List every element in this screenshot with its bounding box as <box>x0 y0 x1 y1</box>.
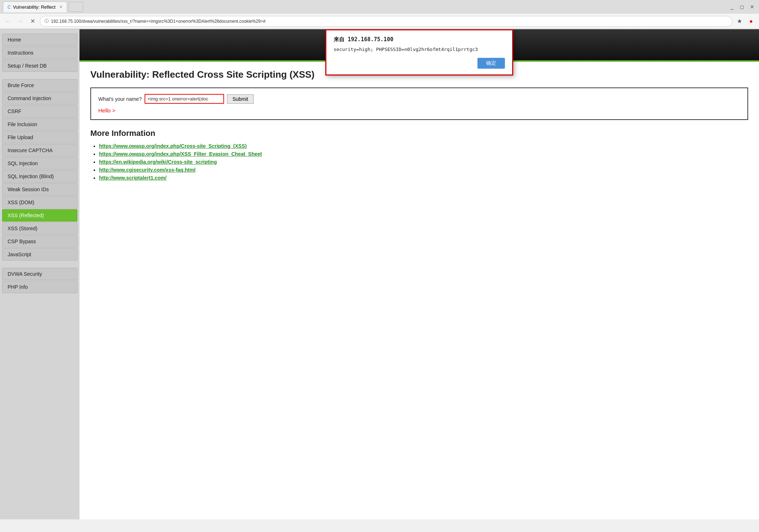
address-input[interactable] <box>51 19 728 24</box>
address-bar[interactable]: ⓘ <box>40 16 732 27</box>
form-label: What's your name? <box>98 96 142 102</box>
back-button[interactable]: ← <box>3 16 13 26</box>
sidebar-item-xss-reflected[interactable]: XSS (Reflected) <box>2 209 77 222</box>
sidebar-item-sql-injection[interactable]: SQL Injection <box>2 157 77 170</box>
reload-button[interactable]: ✕ <box>27 16 38 26</box>
sidebar-item-sql-injection-blind[interactable]: SQL Injection (Blind) <box>2 170 77 183</box>
tab-title: Vulnerability: Reflect <box>13 4 56 10</box>
dialog-ok-button[interactable]: 确定 <box>477 58 505 69</box>
sidebar-top-section: Home Instructions Setup / Reset DB <box>0 34 80 72</box>
nav-right-icons: ★ ● <box>734 16 756 26</box>
form-row: What's your name? Submit <box>98 94 740 104</box>
close-icon[interactable]: ✕ <box>748 3 756 11</box>
list-item: https://en.wikipedia.org/wiki/Cross-site… <box>99 159 748 165</box>
list-item: http://www.cgisecurity.com/xss-faq.html <box>99 167 748 173</box>
page-wrapper: Home Instructions Setup / Reset DB Brute… <box>0 29 759 519</box>
link-2[interactable]: https://www.owasp.org/index.php/XSS_Filt… <box>99 151 262 157</box>
notification-icon[interactable]: ● <box>746 16 756 26</box>
browser-tab[interactable]: C Vulnerability: Reflect ✕ <box>3 1 67 12</box>
tab-favicon: C <box>8 5 11 10</box>
sidebar-item-php-info[interactable]: PHP Info <box>2 281 77 293</box>
sidebar-item-instructions[interactable]: Instructions <box>2 47 77 59</box>
link-5[interactable]: http://www.scriptalert1.com/ <box>99 175 167 181</box>
sidebar-item-brute-force[interactable]: Brute Force <box>2 79 77 91</box>
restore-icon[interactable]: ◻ <box>738 3 746 11</box>
sidebar-item-xss-dom[interactable]: XSS (DOM) <box>2 196 77 209</box>
sidebar-item-dvwa-security[interactable]: DVWA Security <box>2 268 77 280</box>
links-list: https://www.owasp.org/index.php/Cross-si… <box>90 143 748 181</box>
main-content: 来自 192.168.75.100 security=high; PHPSESS… <box>80 29 759 519</box>
content-area: Vulnerability: Reflected Cross Site Scri… <box>80 62 759 190</box>
title-bar: C Vulnerability: Reflect ✕ ⎯ ◻ ✕ <box>0 0 759 14</box>
minimize-icon[interactable]: ⎯ <box>728 3 736 11</box>
sidebar-item-insecure-captcha[interactable]: Insecure CAPTCHA <box>2 144 77 156</box>
name-input[interactable] <box>145 94 224 104</box>
sidebar-item-weak-session[interactable]: Weak Session IDs <box>2 183 77 196</box>
window-controls: ⎯ ◻ ✕ <box>728 3 756 11</box>
list-item: https://www.owasp.org/index.php/XSS_Filt… <box>99 151 748 157</box>
list-item: http://www.scriptalert1.com/ <box>99 175 748 181</box>
sidebar-item-javascript[interactable]: JavaScript <box>2 248 77 261</box>
hello-text: Hello > <box>98 107 740 113</box>
sidebar-vuln-section: Brute Force Command Injection CSRF File … <box>0 79 80 261</box>
tab-close-icon[interactable]: ✕ <box>59 5 63 9</box>
link-1[interactable]: https://www.owasp.org/index.php/Cross-si… <box>99 143 247 149</box>
more-info-title: More Information <box>90 129 748 138</box>
dialog-origin: 来自 192.168.75.100 <box>334 36 505 43</box>
nav-bar: ← → ✕ ⓘ ★ ● <box>0 14 759 29</box>
link-3[interactable]: https://en.wikipedia.org/wiki/Cross-site… <box>99 159 217 165</box>
alert-dialog: 来自 192.168.75.100 security=high; PHPSESS… <box>325 29 513 76</box>
sidebar-bottom-section: DVWA Security PHP Info <box>0 268 80 293</box>
sidebar-item-file-inclusion[interactable]: File Inclusion <box>2 118 77 130</box>
sidebar-item-csrf[interactable]: CSRF <box>2 105 77 117</box>
sidebar-item-home[interactable]: Home <box>2 34 77 46</box>
sidebar: Home Instructions Setup / Reset DB Brute… <box>0 29 80 519</box>
dialog-message: security=high; PHPSESSID=n0lvg2hr6ofmt4r… <box>334 47 505 52</box>
submit-button[interactable]: Submit <box>227 94 254 104</box>
forward-button[interactable]: → <box>15 16 25 26</box>
bookmark-icon[interactable]: ★ <box>734 16 745 26</box>
sidebar-item-xss-stored[interactable]: XSS (Stored) <box>2 222 77 235</box>
link-4[interactable]: http://www.cgisecurity.com/xss-faq.html <box>99 167 196 173</box>
xss-form-box: What's your name? Submit Hello > <box>90 87 748 120</box>
secure-icon: ⓘ <box>44 18 49 24</box>
sidebar-item-setup[interactable]: Setup / Reset DB <box>2 60 77 72</box>
new-tab-btn[interactable] <box>69 2 83 12</box>
sidebar-item-file-upload[interactable]: File Upload <box>2 131 77 143</box>
sidebar-item-csp-bypass[interactable]: CSP Bypass <box>2 235 77 248</box>
list-item: https://www.owasp.org/index.php/Cross-si… <box>99 143 748 149</box>
sidebar-item-command-injection[interactable]: Command Injection <box>2 92 77 104</box>
browser-chrome: C Vulnerability: Reflect ✕ ⎯ ◻ ✕ ← → ✕ ⓘ… <box>0 0 759 29</box>
